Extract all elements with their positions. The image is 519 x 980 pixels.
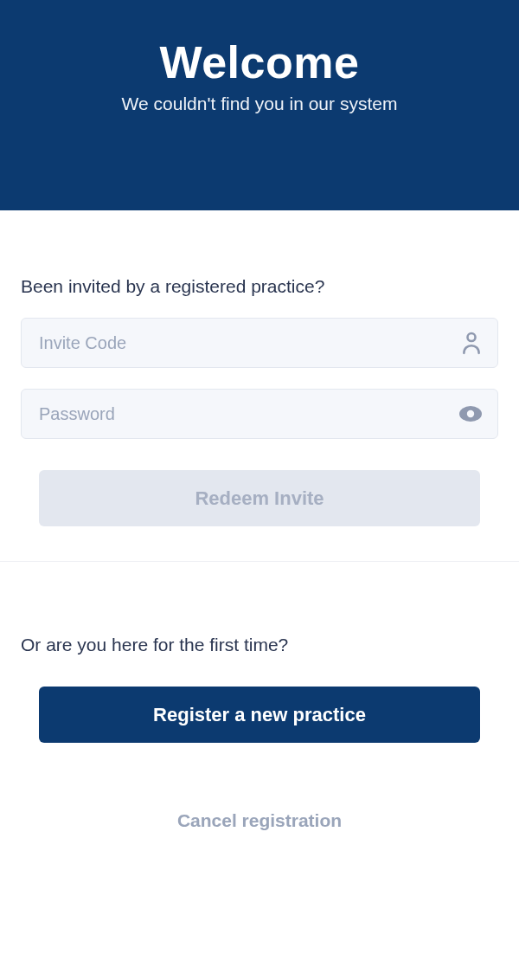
invite-section: Been invited by a registered practice? R… xyxy=(0,276,519,526)
cancel-registration-link[interactable]: Cancel registration xyxy=(21,810,498,831)
page-subtitle: We couldn't find you in our system xyxy=(122,93,398,114)
password-field-wrap xyxy=(21,389,498,439)
password-input[interactable] xyxy=(21,389,498,439)
register-prompt: Or are you here for the first time? xyxy=(21,635,498,655)
person-icon xyxy=(460,331,483,355)
redeem-invite-button[interactable]: Redeem Invite xyxy=(39,470,480,526)
invite-code-input[interactable] xyxy=(21,318,498,368)
register-practice-button[interactable]: Register a new practice xyxy=(39,687,480,743)
page-title: Welcome xyxy=(160,36,360,88)
register-section: Or are you here for the first time? Regi… xyxy=(0,635,519,831)
invite-code-field-wrap xyxy=(21,318,498,368)
svg-point-2 xyxy=(467,410,474,417)
invite-prompt: Been invited by a registered practice? xyxy=(21,276,498,297)
header: Welcome We couldn't find you in our syst… xyxy=(0,0,519,210)
divider xyxy=(0,561,519,562)
svg-point-0 xyxy=(467,333,475,341)
eye-icon[interactable] xyxy=(458,405,483,422)
